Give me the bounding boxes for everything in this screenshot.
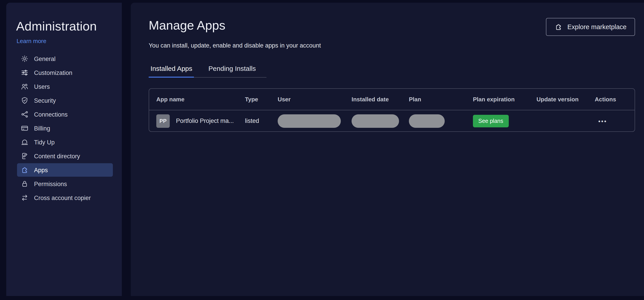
explore-marketplace-label: Explore marketplace: [568, 23, 626, 31]
column-header-type: Type: [245, 96, 278, 103]
sidebar-nav: GeneralCustomizationUsersSecurityConnect…: [6, 52, 122, 205]
sidebar-item-label: Permissions: [34, 181, 67, 187]
column-header-app-name: App name: [156, 96, 245, 103]
sidebar-item-label: General: [34, 55, 56, 62]
sidebar-item-general[interactable]: General: [17, 52, 113, 65]
sidebar-item-apps[interactable]: Apps: [17, 163, 113, 177]
update-version-cell: [536, 121, 595, 121]
column-header-actions: Actions: [595, 96, 634, 103]
table-header-row: App nameTypeUserInstalled datePlanPlan e…: [149, 89, 634, 110]
sidebar-item-label: Cross account copier: [34, 194, 91, 201]
installed-date-cell: [352, 114, 409, 127]
sidebar-item-tidy-up[interactable]: Tidy Up: [17, 135, 113, 149]
sidebar-item-connections[interactable]: Connections: [17, 108, 113, 121]
tab-installed-apps[interactable]: Installed Apps: [149, 65, 194, 77]
document-edit-icon: [20, 152, 29, 160]
app-type: listed: [245, 117, 278, 124]
credit-card-icon: [20, 124, 29, 132]
app-avatar: PP: [156, 114, 170, 127]
column-header-update-version: Update version: [536, 96, 595, 103]
transfer-arrows-icon: [20, 194, 29, 202]
see-plans-button[interactable]: See plans: [473, 115, 508, 127]
puzzle-icon: [554, 23, 563, 31]
column-header-plan: Plan: [409, 96, 473, 103]
explore-marketplace-button[interactable]: Explore marketplace: [546, 18, 635, 36]
page-subtitle: You can install, update, enable and disa…: [149, 42, 635, 49]
column-header-installed-date: Installed date: [352, 96, 409, 103]
sidebar-item-label: Security: [34, 97, 56, 104]
admin-page: Administration Learn more GeneralCustomi…: [0, 0, 644, 300]
redacted-user-value: [278, 114, 341, 127]
learn-more-link[interactable]: Learn more: [16, 38, 122, 45]
sidebar-title: Administration: [16, 19, 122, 34]
actions-menu-icon[interactable]: •••: [598, 118, 607, 124]
plan-cell: [409, 114, 473, 127]
table-row: PP Portfolio Project ma... listed See p: [149, 110, 634, 131]
sidebar-item-content-directory[interactable]: Content directory: [17, 149, 113, 163]
sidebar-item-label: Billing: [34, 125, 50, 132]
tabs-row: Installed AppsPending Installs: [149, 65, 635, 78]
redacted-installed-date-value: [352, 114, 399, 127]
user-cell: [278, 114, 352, 127]
sidebar-item-permissions[interactable]: Permissions: [17, 177, 113, 191]
sidebar-item-label: Apps: [34, 167, 48, 173]
gear-icon: [20, 55, 29, 63]
tabs: Installed AppsPending Installs: [149, 65, 267, 78]
app-name: Portfolio Project ma...: [176, 117, 234, 124]
sidebar-item-label: Connections: [34, 111, 68, 118]
sidebar-item-cross-account-copier[interactable]: Cross account copier: [17, 191, 113, 205]
actions-cell: •••: [595, 117, 634, 125]
main-panel: Manage Apps Explore marketplace You can …: [131, 3, 644, 296]
users-icon: [20, 82, 29, 91]
connections-icon: [20, 110, 29, 118]
page-header: Manage Apps Explore marketplace: [149, 18, 635, 36]
column-header-user: User: [278, 96, 352, 103]
column-header-plan-expiration: Plan expiration: [473, 96, 536, 103]
page-title: Manage Apps: [149, 18, 226, 33]
redacted-plan-value: [409, 114, 445, 127]
shield-icon: [20, 96, 29, 104]
tidy-up-icon: [20, 138, 29, 146]
sidebar-item-customization[interactable]: Customization: [17, 66, 113, 79]
app-name-cell: PP Portfolio Project ma...: [156, 114, 245, 127]
sliders-icon: [20, 69, 29, 77]
apps-table: App nameTypeUserInstalled datePlanPlan e…: [149, 88, 635, 132]
puzzle-icon: [20, 166, 29, 174]
lock-icon: [20, 180, 29, 188]
sidebar-item-label: Tidy Up: [34, 139, 55, 145]
sidebar-item-label: Customization: [34, 69, 72, 76]
sidebar-item-billing[interactable]: Billing: [17, 121, 113, 135]
sidebar-item-label: Users: [34, 83, 50, 90]
sidebar-item-users[interactable]: Users: [17, 80, 113, 93]
admin-sidebar: Administration Learn more GeneralCustomi…: [6, 3, 122, 296]
plan-expiration-cell: See plans: [473, 115, 536, 127]
tab-pending-installs[interactable]: Pending Installs: [207, 65, 258, 77]
sidebar-item-label: Content directory: [34, 153, 80, 160]
sidebar-item-security[interactable]: Security: [17, 94, 113, 107]
